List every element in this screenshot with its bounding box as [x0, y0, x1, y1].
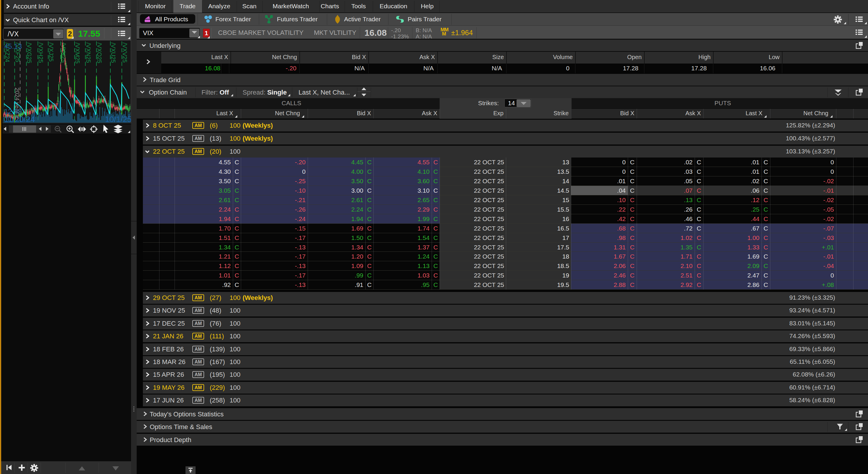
svg-text:/VXU25: /VXU25 — [110, 42, 117, 63]
svg-text:/VXG25: /VXG25 — [26, 42, 33, 63]
svg-text:/VXQ25: /VXQ25 — [96, 42, 103, 63]
svg-text:45.13: 45.13 — [4, 42, 22, 50]
svg-text:11/20/24: 11/20/24 — [4, 115, 35, 123]
svg-text:/VXJ25: /VXJ25 — [48, 42, 55, 62]
svg-text:/VXH25: /VXH25 — [38, 42, 44, 63]
svg-text:12.98: 12.98 — [4, 108, 22, 115]
svg-text:10/1/25: 10/1/25 — [105, 115, 131, 123]
svg-text:/VXM25: /VXM25 — [74, 42, 81, 64]
svg-text:/VXN25: /VXN25 — [85, 42, 92, 63]
svg-text:/VXV25: /VXV25 — [122, 42, 128, 63]
